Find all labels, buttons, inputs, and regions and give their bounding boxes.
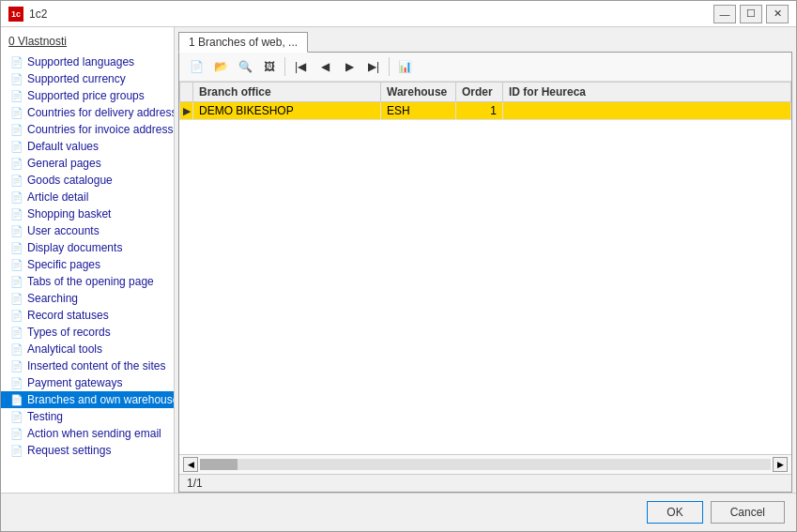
sidebar-item-6[interactable]: 📄General pages <box>1 155 174 172</box>
branch-office-header: Branch office <box>193 83 381 102</box>
next-record-button[interactable]: ▶ <box>338 56 360 77</box>
footer: OK Cancel <box>1 493 796 531</box>
sidebar-item-icon-2: 📄 <box>10 90 23 102</box>
last-record-button[interactable]: ▶| <box>362 56 385 77</box>
table-header-row: Branch office Warehouse Order ID for Heu… <box>180 83 791 102</box>
data-table: Branch office Warehouse Order ID for Heu… <box>179 82 791 120</box>
sidebar-items-container: 📄Supported languages📄Supported currency📄… <box>1 53 174 459</box>
sidebar-item-icon-3: 📄 <box>10 107 23 119</box>
sidebar-item-4[interactable]: 📄Countries for invoice addresse <box>1 121 174 138</box>
warehouse-header: Warehouse <box>381 83 456 102</box>
sidebar-item-icon-12: 📄 <box>10 259 23 271</box>
sidebar-item-7[interactable]: 📄Goods catalogue <box>1 172 174 189</box>
horizontal-scrollbar[interactable]: ◀ ▶ <box>179 454 791 474</box>
sidebar-item-17[interactable]: 📄Analytical tools <box>1 341 174 357</box>
record-count: 1/1 <box>187 477 203 490</box>
sidebar-item-9[interactable]: 📄Shopping basket <box>1 205 174 222</box>
sidebar-item-19[interactable]: 📄Payment gateways <box>1 374 174 391</box>
open-button[interactable]: 📂 <box>209 56 232 77</box>
first-icon: |◀ <box>295 60 306 73</box>
prev-record-button[interactable]: ◀ <box>314 56 336 77</box>
sidebar-item-5[interactable]: 📄Default values <box>1 138 174 155</box>
prev-icon: ◀ <box>321 60 330 73</box>
sidebar-item-10[interactable]: 📄User accounts <box>1 222 174 239</box>
sidebar-item-18[interactable]: 📄Inserted content of the sites <box>1 357 174 374</box>
sidebar-item-22[interactable]: 📄Action when sending email <box>1 425 174 442</box>
cancel-button[interactable]: Cancel <box>711 501 785 524</box>
new-document-button[interactable]: 📄 <box>185 56 207 77</box>
sidebar-item-icon-22: 📄 <box>10 428 23 440</box>
sidebar-item-label-17: Analytical tools <box>27 342 102 356</box>
next-icon: ▶ <box>345 60 354 73</box>
sidebar-item-label-11: Display documents <box>27 241 122 254</box>
table-header: Branch office Warehouse Order ID for Heu… <box>180 83 791 102</box>
sidebar-item-20[interactable]: 📄Branches and own warehouses <box>1 391 174 408</box>
cell-0-1: ESH <box>381 102 456 120</box>
sidebar-item-14[interactable]: 📄Searching <box>1 290 174 307</box>
table-body: ▶DEMO BIKESHOPESH1 <box>180 102 791 120</box>
new-doc-icon: 📄 <box>190 60 204 73</box>
scroll-track[interactable] <box>200 459 771 470</box>
cell-0-2: 1 <box>456 102 503 120</box>
indicator-col-header <box>180 83 193 102</box>
sidebar-item-label-14: Searching <box>27 292 78 305</box>
sidebar-item-13[interactable]: 📄Tabs of the opening page <box>1 273 174 290</box>
find-button[interactable]: 🔍 <box>234 56 256 77</box>
sidebar-item-label-4: Countries for invoice addresse <box>27 123 175 136</box>
status-bar: 1/1 <box>179 474 791 492</box>
table-row[interactable]: ▶DEMO BIKESHOPESH1 <box>180 102 791 120</box>
sidebar-item-label-21: Testing <box>27 410 63 423</box>
sidebar-item-1[interactable]: 📄Supported currency <box>1 70 174 87</box>
main-window: 1c 1c2 — ☐ ✕ 0 Vlastnosti 📄Supported lan… <box>0 0 797 532</box>
main-content: 0 Vlastnosti 📄Supported languages📄Suppor… <box>1 27 796 493</box>
sidebar-item-icon-17: 📄 <box>10 343 23 356</box>
image-button[interactable]: 🖼 <box>258 56 281 77</box>
sidebar-item-label-15: Record statuses <box>27 309 109 322</box>
sidebar-item-16[interactable]: 📄Types of records <box>1 324 174 341</box>
sidebar-item-3[interactable]: 📄Countries for delivery addresse <box>1 104 174 121</box>
image-icon: 🖼 <box>264 60 275 73</box>
scroll-left-button[interactable]: ◀ <box>183 457 198 472</box>
sidebar-item-icon-13: 📄 <box>10 276 23 288</box>
sidebar-item-icon-16: 📄 <box>10 327 23 339</box>
sidebar-item-15[interactable]: 📄Record statuses <box>1 307 174 324</box>
sidebar-item-icon-19: 📄 <box>10 377 23 389</box>
sidebar-item-8[interactable]: 📄Article detail <box>1 189 174 205</box>
sidebar-item-2[interactable]: 📄Supported price groups <box>1 87 174 104</box>
sidebar-item-11[interactable]: 📄Display documents <box>1 239 174 256</box>
sidebar-item-label-19: Payment gateways <box>27 376 122 389</box>
sidebar-item-label-13: Tabs of the opening page <box>27 275 154 288</box>
tab-branches[interactable]: 1 Branches of web, ... <box>178 32 308 53</box>
maximize-button[interactable]: ☐ <box>740 5 762 23</box>
sidebar-header[interactable]: 0 Vlastnosti <box>1 31 174 53</box>
ok-button[interactable]: OK <box>647 501 702 524</box>
toolbar-separator-2 <box>389 57 390 76</box>
export-button[interactable]: 📊 <box>393 56 416 77</box>
sidebar-item-label-7: Goods catalogue <box>27 174 113 187</box>
sidebar-item-label-2: Supported price groups <box>27 89 145 102</box>
toolbar-separator-1 <box>284 57 285 76</box>
sidebar-item-21[interactable]: 📄Testing <box>1 408 174 425</box>
scroll-right-button[interactable]: ▶ <box>773 457 788 472</box>
sidebar-item-label-18: Inserted content of the sites <box>27 359 165 372</box>
sidebar-item-label-0: Supported languages <box>27 55 134 68</box>
title-bar: 1c 1c2 — ☐ ✕ <box>1 1 796 27</box>
minimize-button[interactable]: — <box>713 5 736 23</box>
first-record-button[interactable]: |◀ <box>289 56 312 77</box>
sidebar-item-icon-18: 📄 <box>10 360 23 372</box>
cell-0-3 <box>503 102 791 120</box>
sidebar-item-icon-6: 📄 <box>10 158 23 170</box>
close-button[interactable]: ✕ <box>766 5 789 23</box>
sidebar-item-0[interactable]: 📄Supported languages <box>1 53 174 70</box>
last-icon: ▶| <box>368 60 379 73</box>
sidebar-item-12[interactable]: 📄Specific pages <box>1 256 174 273</box>
sidebar-item-icon-20: 📄 <box>10 394 23 406</box>
sidebar-item-23[interactable]: 📄Request settings <box>1 442 174 459</box>
sidebar-item-icon-15: 📄 <box>10 310 23 322</box>
sidebar-item-label-1: Supported currency <box>27 72 126 85</box>
table-wrapper: Branch office Warehouse Order ID for Heu… <box>179 82 791 454</box>
title-controls: — ☐ ✕ <box>713 5 789 23</box>
sidebar-item-label-5: Default values <box>27 140 99 153</box>
sidebar-item-icon-4: 📄 <box>10 124 23 136</box>
sidebar-item-icon-5: 📄 <box>10 141 23 153</box>
